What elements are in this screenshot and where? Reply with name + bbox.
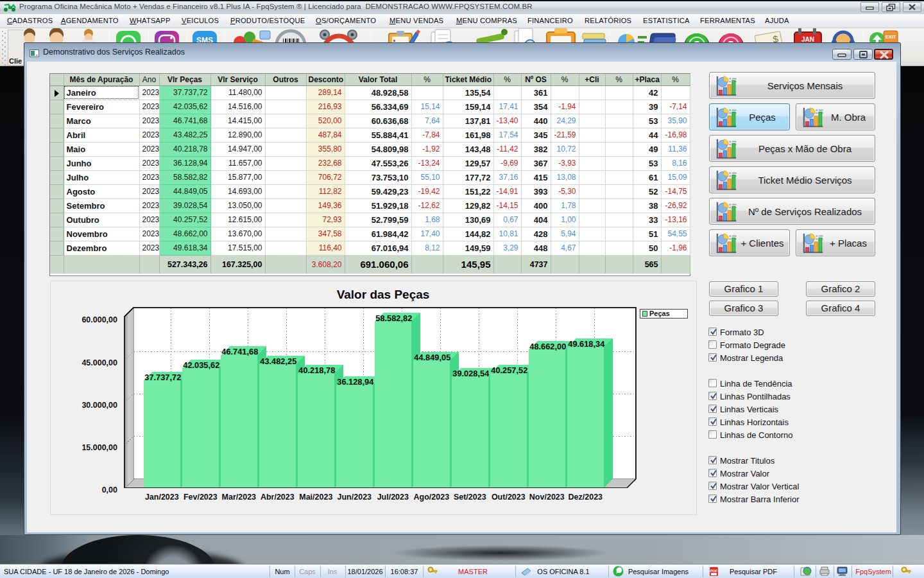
svg-text:45.000,00: 45.000,00 <box>81 358 117 367</box>
svg-text:30.000,00: 30.000,00 <box>81 401 117 410</box>
svg-text:PDF: PDF <box>710 569 718 573</box>
svg-text:Ago/2023: Ago/2023 <box>414 493 450 502</box>
svg-text:43.482,25: 43.482,25 <box>260 356 296 366</box>
svg-text:46.741,68: 46.741,68 <box>221 347 258 356</box>
svg-text:Mai/2023: Mai/2023 <box>299 493 332 502</box>
svg-text:Set/2023: Set/2023 <box>454 493 486 502</box>
svg-text:48.662,00: 48.662,00 <box>529 342 566 351</box>
svg-text:36.128,94: 36.128,94 <box>337 377 374 387</box>
svg-text:39.028,54: 39.028,54 <box>452 369 490 378</box>
svg-text:Peças: Peças <box>649 310 670 317</box>
svg-text:Fev/2023: Fev/2023 <box>184 493 218 502</box>
svg-text:49.618,34: 49.618,34 <box>568 339 605 349</box>
svg-text:Mar/2023: Mar/2023 <box>222 493 257 502</box>
svg-text:EXIT: EXIT <box>886 34 896 40</box>
svg-text:Jan/2023: Jan/2023 <box>145 493 179 502</box>
svg-text:40.257,52: 40.257,52 <box>491 365 527 375</box>
svg-text:Abr/2023: Abr/2023 <box>261 493 295 502</box>
svg-text:Out/2023: Out/2023 <box>492 493 526 502</box>
svg-text:42.035,62: 42.035,62 <box>183 360 219 370</box>
svg-text:44.849,05: 44.849,05 <box>414 353 450 362</box>
svg-text:37.737,72: 37.737,72 <box>144 372 181 382</box>
svg-text:Nov/2023: Nov/2023 <box>529 493 565 502</box>
svg-text:15.000,00: 15.000,00 <box>81 443 117 452</box>
svg-text:Valor das Peças: Valor das Peças <box>337 288 430 301</box>
svg-text:Jul/2023: Jul/2023 <box>377 493 409 502</box>
svg-text:Jun/2023: Jun/2023 <box>338 493 372 502</box>
svg-text:Dez/2023: Dez/2023 <box>569 493 603 502</box>
svg-text:58.582,82: 58.582,82 <box>375 313 412 323</box>
svg-text:60.000,00: 60.000,00 <box>81 315 117 324</box>
svg-text:40.218,78: 40.218,78 <box>298 365 335 375</box>
svg-text:0,00: 0,00 <box>102 486 117 495</box>
